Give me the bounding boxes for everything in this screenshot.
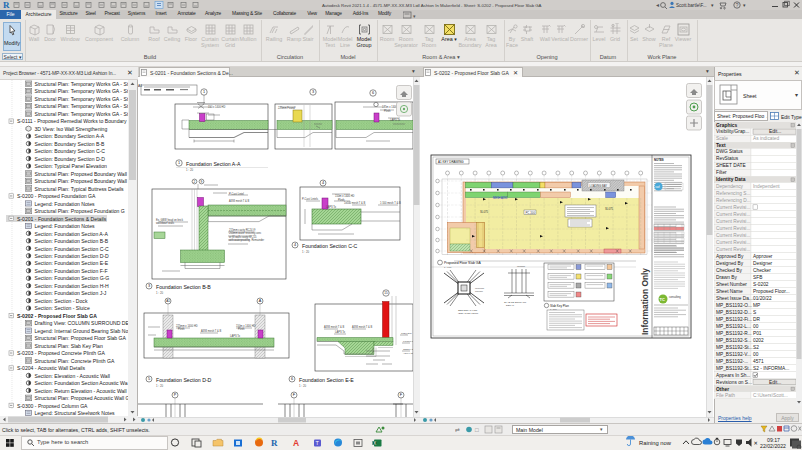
svg-text:SHEET DATE: SHEET DATE: [716, 163, 746, 168]
svg-text:Structural Plan: Proposed Boun: Structural Plan: Proposed Boundary Wall …: [35, 178, 130, 184]
svg-text:Plinth: Plinth: [178, 327, 185, 331]
svg-text:◂: ◂: [656, 2, 659, 8]
svg-text:Section: Foundation Section J-: Section: Foundation Section J-J: [35, 290, 107, 296]
svg-text:DWG Status: DWG Status: [716, 149, 743, 154]
svg-text:Other: Other: [716, 387, 729, 392]
svg-text:Plinth: Plinth: [338, 198, 345, 202]
svg-text:Text: Text: [716, 143, 726, 148]
svg-text:Section: Boundary Section B-B: Section: Boundary Section B-B: [35, 141, 106, 147]
svg-text:MP_BS1192-O...: MP_BS1192-O...: [716, 303, 752, 308]
svg-text:ISOLATION JOINT: ISOLATION JOINT: [458, 312, 479, 315]
svg-text:Edit...: Edit...: [769, 380, 781, 385]
svg-text:A1: A1: [166, 299, 170, 303]
svg-text:Current Revisi...: Current Revisi...: [716, 219, 750, 224]
svg-text:Section: Boundary Section A-A: Section: Boundary Section A-A: [35, 133, 105, 139]
svg-text:S: S: [753, 310, 756, 315]
svg-text:S-0203 - Proposed Concrete Pli: S-0203 - Proposed Concrete Plinth GA: [17, 350, 105, 356]
svg-text:Current Revisi...: Current Revisi...: [716, 233, 750, 238]
svg-text:Section: Foundation Section Ac: Section: Foundation Section Acoustic Wa: [35, 380, 128, 386]
svg-text:Section: Elevation - Acoustic: Section: Elevation - Acoustic Wall: [35, 373, 110, 379]
svg-text:Drawn By: Drawn By: [716, 275, 737, 280]
svg-text:or fill walls cavity fill 215: or fill walls cavity fill 215: [229, 235, 257, 239]
svg-text:Proposed Floor Slab GA: Proposed Floor Slab GA: [444, 261, 481, 265]
svg-text:PC-100: PC-100: [526, 211, 536, 215]
svg-text:MP_BS1192-Fi...: MP_BS1192-Fi...: [716, 317, 752, 322]
svg-text:0202: 0202: [753, 338, 764, 343]
svg-text:S-0202 - Proposed Floor Slab G: S-0202 - Proposed Floor Slab GA: [17, 313, 97, 319]
svg-text:Structural Plan: Concrete Plin: Structural Plan: Concrete Plinth GA: [35, 358, 115, 364]
svg-text:Section: Typical Panel Elevati: Section: Typical Panel Elevation: [35, 163, 108, 169]
svg-text:Foundation Section B-B: Foundation Section B-B: [156, 284, 211, 290]
svg-text:Scott.bartle\F...: Scott.bartle\F...: [676, 3, 707, 8]
svg-text:Referencing S...: Referencing S...: [716, 191, 750, 196]
svg-text:6: 6: [291, 377, 293, 381]
svg-text:15: 15: [384, 291, 388, 295]
svg-text:R: R: [3, 0, 10, 10]
svg-text:Current Revisi...: Current Revisi...: [716, 226, 750, 231]
svg-text:MP_BS1192-R...: MP_BS1192-R...: [716, 331, 752, 336]
svg-text:01/20/22: 01/20/22: [753, 296, 772, 301]
svg-text:S-0202: S-0202: [753, 282, 769, 287]
svg-text:9: 9: [201, 180, 203, 184]
svg-text:Structural Plan: Typical Buttr: Structural Plan: Typical Buttress Detail…: [35, 186, 125, 192]
svg-text:Graphics: Graphics: [716, 123, 737, 128]
svg-text:A: A: [259, 299, 262, 303]
svg-text:S-0200 - Proposed Foundation G: S-0200 - Proposed Foundation GA: [17, 193, 96, 199]
svg-text:Section: Foundation Section D-: Section: Foundation Section D-D: [35, 253, 110, 259]
svg-text:Foundation Section A-A: Foundation Section A-A: [186, 161, 241, 167]
svg-text:Section: Foundation Section F-: Section: Foundation Section F-F: [35, 268, 108, 274]
svg-text:DR: DR: [753, 317, 760, 322]
svg-text:1 : 20: 1 : 20: [156, 384, 163, 388]
svg-text:Current Revisi...: Current Revisi...: [716, 240, 750, 245]
svg-text:Plinth: Plinth: [384, 109, 391, 113]
svg-text:MP: MP: [753, 303, 760, 308]
svg-text:00: 00: [753, 352, 759, 357]
svg-text:Proposed Floor...: Proposed Floor...: [753, 289, 790, 294]
svg-text:column: column: [475, 290, 483, 293]
svg-text:22/02/2022: 22/02/2022: [760, 443, 786, 449]
svg-text:Structural Plan: Proposed Boun: Structural Plan: Proposed Boundary Wall …: [35, 171, 130, 177]
svg-text:200mm water resisting conc: 200mm water resisting conc: [229, 231, 262, 235]
svg-text:Legend: Foundation Notes: Legend: Foundation Notes: [35, 223, 95, 229]
svg-text:⇄: ⇄: [455, 427, 460, 433]
svg-text:Current Revisi...: Current Revisi...: [716, 247, 750, 252]
svg-text:3: 3: [148, 284, 150, 288]
svg-text:RevStatus: RevStatus: [716, 156, 739, 161]
svg-text:A1: A1: [138, 84, 142, 88]
svg-text:Structural Plan: Slab Key Plan: Structural Plan: Slab Key Plan: [35, 343, 103, 349]
svg-text:□: □: [475, 427, 479, 433]
svg-text:Sheet Name: Sheet Name: [716, 289, 743, 294]
svg-text:Legend: Internal Ground Bearin: Legend: Internal Ground Bearing Slab Not: [35, 328, 130, 334]
svg-text:consulting: consulting: [669, 295, 681, 299]
svg-text:Structural Plan: Proposed Acou: Structural Plan: Proposed Acoustic Wall …: [35, 395, 130, 401]
svg-text:SL075: SL075: [480, 210, 489, 214]
svg-text:Foundation Section C-C: Foundation Section C-C: [302, 243, 358, 249]
svg-text:1: 1: [178, 161, 180, 165]
svg-text:00: 00: [753, 324, 759, 329]
svg-text:Sheet Issue Da...: Sheet Issue Da...: [716, 296, 753, 301]
svg-text:X: X: [373, 441, 376, 446]
svg-text:Revisions on S...: Revisions on S...: [716, 380, 752, 385]
svg-text:A1 KEY DRAWING: A1 KEY DRAWING: [438, 160, 464, 164]
svg-text:S-0204 - Acoustic Wall Details: S-0204 - Acoustic Wall Details: [17, 365, 85, 371]
svg-text:NOTES: NOTES: [654, 158, 664, 162]
svg-text:Section: Section - Sluice: Section: Section - Sluice: [35, 305, 90, 311]
svg-text:▾: ▾: [413, 13, 416, 19]
svg-text:1 : 20: 1 : 20: [156, 291, 163, 295]
svg-text:4571: 4571: [753, 359, 764, 364]
svg-text:150m x 1400 HD: 150m x 1400 HD: [335, 194, 355, 198]
svg-text:✕: ✕: [754, 440, 758, 446]
svg-text:Checker: Checker: [753, 268, 771, 273]
svg-text:Approver: Approver: [753, 254, 773, 259]
svg-text:MP_BS1192-V...: MP_BS1192-V...: [716, 352, 751, 357]
svg-text:150 x 1400 HD: 150 x 1400 HD: [208, 105, 225, 109]
svg-text:A393 mesh T & B: A393 mesh T & B: [324, 325, 345, 329]
svg-text:Foundation Section E-E: Foundation Section E-E: [299, 377, 354, 383]
svg-text:Dependency: Dependency: [716, 184, 744, 189]
svg-text:Section: Boundary Section C-C: Section: Boundary Section C-C: [35, 148, 106, 154]
svg-text:Checked By: Checked By: [716, 268, 742, 273]
svg-text:Approved By: Approved By: [716, 254, 744, 259]
svg-text:Section: Foundation Section G-: Section: Foundation Section G-G: [35, 275, 110, 281]
svg-text:S-0201 - Foundation Sections &: S-0201 - Foundation Sections & Details: [17, 216, 107, 222]
svg-text:A393 mesh T & B: A393 mesh T & B: [229, 199, 250, 203]
